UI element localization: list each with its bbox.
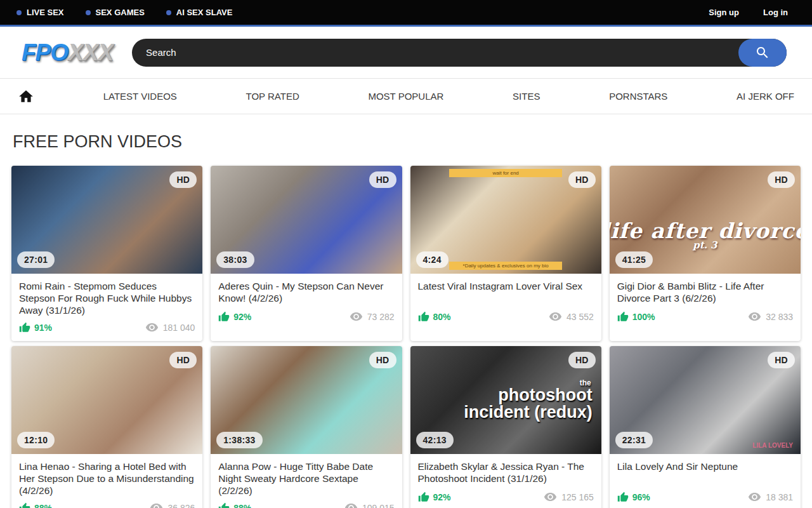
signup-link[interactable]: Sign up (709, 8, 739, 17)
video-rating: 88% (218, 502, 251, 508)
duration-badge: 41:25 (615, 251, 653, 268)
video-meta: 91% 181 040 (19, 321, 195, 334)
site-header: FPOXXX (0, 27, 812, 78)
views-value: 73 282 (367, 312, 395, 322)
rating-value: 91% (34, 323, 52, 333)
hd-badge: HD (169, 352, 197, 368)
hd-badge: HD (568, 171, 596, 188)
video-title[interactable]: Lina Henao - Sharing a Hotel Bed with He… (19, 460, 195, 497)
video-info: Latest Viral Instagram Lover Viral Sex 8… (410, 274, 601, 330)
views-value: 181 040 (163, 323, 195, 333)
hd-badge: HD (369, 352, 396, 368)
video-thumbnail[interactable]: HD 38:03 (211, 166, 402, 274)
video-info: Gigi Dior & Bambi Blitz - Life After Div… (610, 274, 801, 330)
hd-badge: HD (369, 171, 396, 188)
video-card[interactable]: HD 12:10 Lina Henao - Sharing a Hotel Be… (11, 346, 202, 508)
video-info: Lina Henao - Sharing a Hotel Bed with He… (11, 454, 202, 508)
video-card[interactable]: HD 41:25 life after divorcept. 3 Gigi Di… (610, 166, 801, 341)
video-title[interactable]: Elizabeth Skylar & Jessica Ryan - The Ph… (418, 460, 594, 486)
views-value: 18 381 (766, 492, 793, 502)
video-meta: 88% 109 015 (218, 501, 394, 508)
eye-icon (748, 310, 761, 323)
nav-item-sites[interactable]: SITES (513, 91, 540, 102)
video-card[interactable]: HD 42:13 thephotoshootincident (redux) E… (410, 346, 601, 508)
topbar-link-label: LIVE SEX (27, 8, 64, 17)
topbar-link-ai-sex-slave[interactable]: AI SEX SLAVE (166, 8, 233, 17)
nav-home-button[interactable] (18, 88, 34, 105)
video-thumbnail[interactable]: HD 4:24 wait for end*Daily updates & exc… (410, 166, 601, 274)
nav-item-pornstars[interactable]: PORNSTARS (609, 91, 667, 102)
views-value: 125 165 (561, 492, 594, 502)
video-title[interactable]: Gigi Dior & Bambi Blitz - Life After Div… (617, 280, 793, 305)
views-value: 43 552 (566, 312, 594, 322)
nav-item-latest-videos[interactable]: LATEST VIDEOS (103, 91, 177, 102)
duration-badge: 38:03 (216, 251, 254, 268)
search-input[interactable] (132, 39, 733, 67)
video-card[interactable]: HD 1:38:33 Alanna Pow - Huge Titty Babe … (211, 346, 402, 508)
rating-value: 100% (632, 312, 655, 322)
rating-value: 92% (433, 492, 451, 502)
hd-badge: HD (169, 171, 197, 188)
topbar-link-sex-games[interactable]: SEX GAMES (86, 8, 145, 17)
eye-icon (544, 490, 557, 504)
video-card[interactable]: HD 27:01 Romi Rain - Stepmom Seduces Ste… (11, 166, 202, 341)
rating-value: 88% (34, 503, 52, 508)
topbar-link-label: AI SEX SLAVE (176, 8, 233, 17)
video-title[interactable]: Alanna Pow - Huge Titty Babe Date Night … (218, 460, 394, 497)
video-rating: 96% (617, 491, 650, 503)
video-views: 43 552 (549, 310, 594, 323)
duration-badge: 42:13 (416, 432, 454, 448)
video-thumbnail[interactable]: HD 1:38:33 (211, 346, 402, 454)
topbar-link-label: SEX GAMES (96, 8, 145, 17)
dot-icon (166, 10, 171, 15)
site-logo[interactable]: FPOXXX (22, 39, 113, 66)
thumbs-up-icon (19, 322, 30, 333)
eye-icon (350, 310, 363, 323)
hd-badge: HD (768, 171, 795, 188)
video-thumbnail[interactable]: HD 12:10 (11, 346, 202, 454)
video-thumbnail[interactable]: HD 27:01 (11, 166, 202, 274)
dot-icon (16, 10, 22, 15)
video-views: 18 381 (748, 490, 793, 504)
views-value: 109 015 (362, 503, 395, 508)
video-title[interactable]: Latest Viral Instagram Lover Viral Sex (418, 280, 594, 305)
video-info: Romi Rain - Stepmom Seduces Stepson For … (11, 274, 202, 341)
hd-badge: HD (768, 352, 795, 368)
views-value: 32 833 (766, 312, 793, 322)
video-thumbnail[interactable]: HD 22:31 LILA LOVELY (610, 346, 801, 454)
dot-icon (86, 10, 91, 15)
video-title[interactable]: Lila Lovely And Sir Neptune (617, 460, 793, 486)
nav-item-ai-jerk-off[interactable]: AI JERK OFF (737, 91, 794, 102)
video-card[interactable]: HD 38:03 Aderes Quin - My Stepson Can Ne… (211, 166, 402, 341)
logo-text-secondary: XXX (68, 39, 113, 65)
thumbs-up-icon (617, 311, 629, 323)
logo-text-primary: FPO (22, 39, 68, 65)
thumbs-up-icon (617, 491, 629, 503)
video-thumbnail[interactable]: HD 41:25 life after divorcept. 3 (610, 166, 801, 274)
nav-item-most-popular[interactable]: MOST POPULAR (368, 91, 443, 102)
video-title[interactable]: Aderes Quin - My Stepson Can Never Know!… (218, 280, 394, 305)
duration-badge: 12:10 (17, 432, 55, 448)
search-icon (755, 45, 770, 60)
video-card[interactable]: HD 4:24 wait for end*Daily updates & exc… (410, 166, 601, 341)
nav-item-top-rated[interactable]: TOP RATED (246, 91, 299, 102)
video-info: Elizabeth Skylar & Jessica Ryan - The Ph… (410, 454, 601, 508)
video-views: 109 015 (344, 501, 395, 508)
eye-icon (549, 310, 562, 323)
video-meta: 88% 36 826 (19, 501, 195, 508)
main-nav: LATEST VIDEOS TOP RATED MOST POPULAR SIT… (0, 78, 812, 114)
video-rating: 88% (19, 502, 52, 508)
video-title[interactable]: Romi Rain - Stepmom Seduces Stepson For … (19, 280, 195, 316)
eye-icon (344, 501, 358, 508)
video-thumbnail[interactable]: HD 42:13 thephotoshootincident (redux) (410, 346, 601, 454)
thumbs-up-icon (418, 311, 429, 323)
video-meta: 92% 73 282 (218, 310, 394, 323)
video-rating: 80% (418, 311, 451, 323)
topbar-link-live-sex[interactable]: LIVE SEX (16, 8, 64, 17)
login-link[interactable]: Log in (763, 8, 788, 17)
search-bar (132, 39, 787, 67)
video-meta: 80% 43 552 (418, 310, 594, 323)
video-card[interactable]: HD 22:31 LILA LOVELY Lila Lovely And Sir… (610, 346, 801, 508)
video-meta: 92% 125 165 (418, 490, 594, 504)
search-button[interactable] (738, 39, 787, 67)
